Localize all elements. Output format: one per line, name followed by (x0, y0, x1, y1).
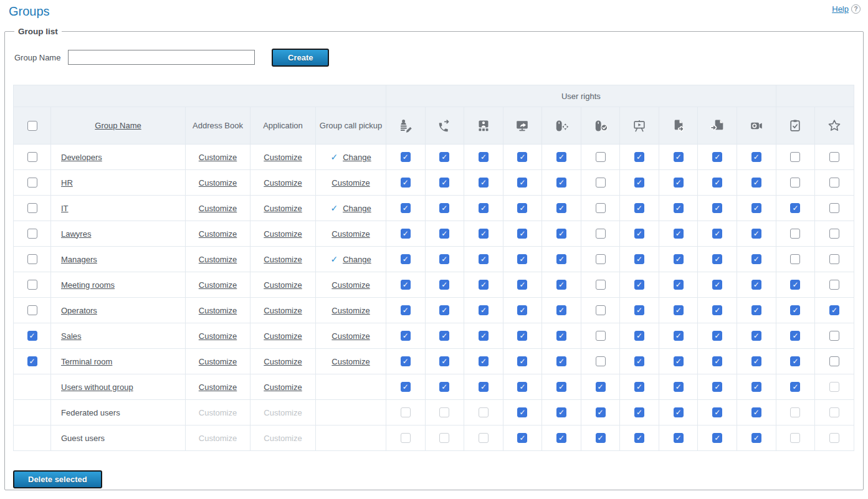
edit-user-checkbox[interactable] (401, 305, 411, 315)
remote-control-checkbox[interactable] (556, 305, 566, 315)
remote-control-granted-checkbox[interactable] (596, 203, 606, 213)
video-checkbox[interactable] (751, 254, 761, 264)
call-transfer-checkbox[interactable] (439, 305, 449, 315)
polls-checkbox[interactable] (790, 382, 800, 392)
address-book-customize-link[interactable]: Customize (199, 357, 237, 366)
call-transfer-checkbox[interactable] (439, 254, 449, 264)
group-name-link[interactable]: Operators (61, 306, 97, 315)
remote-control-checkbox[interactable] (556, 433, 566, 443)
file-send-checkbox[interactable] (674, 356, 684, 366)
application-customize-link[interactable]: Customize (264, 229, 302, 239)
group-members-checkbox[interactable] (479, 382, 489, 392)
group-members-checkbox[interactable] (479, 229, 489, 239)
group-name-input[interactable] (68, 50, 255, 65)
group-members-checkbox[interactable] (479, 331, 489, 341)
application-customize-link[interactable]: Customize (264, 255, 302, 264)
file-receive-checkbox[interactable] (712, 178, 722, 188)
file-send-checkbox[interactable] (674, 433, 684, 443)
star-checkbox[interactable] (829, 203, 839, 213)
application-customize-link[interactable]: Customize (264, 153, 302, 162)
row-select-checkbox[interactable] (27, 254, 37, 264)
address-book-customize-link[interactable]: Customize (199, 383, 237, 392)
edit-user-checkbox[interactable] (401, 178, 411, 188)
slideshow-checkbox[interactable] (634, 331, 644, 341)
group-call-pickup-customize-link[interactable]: Customize (331, 229, 370, 239)
screen-sharing-checkbox[interactable] (517, 356, 527, 366)
application-customize-link[interactable]: Customize (264, 331, 302, 341)
slideshow-checkbox[interactable] (634, 178, 644, 188)
file-receive-checkbox[interactable] (712, 280, 722, 290)
edit-user-checkbox[interactable] (401, 331, 411, 341)
remote-control-checkbox[interactable] (556, 331, 566, 341)
star-checkbox[interactable] (829, 254, 839, 264)
group-name-link[interactable]: Terminal room (61, 357, 112, 366)
slideshow-checkbox[interactable] (634, 229, 644, 239)
call-transfer-checkbox[interactable] (439, 356, 449, 366)
video-checkbox[interactable] (751, 356, 761, 366)
screen-sharing-checkbox[interactable] (517, 331, 527, 341)
edit-user-checkbox[interactable] (401, 280, 411, 290)
file-send-checkbox[interactable] (674, 178, 684, 188)
screen-sharing-checkbox[interactable] (517, 203, 527, 213)
remote-control-checkbox[interactable] (556, 152, 566, 162)
file-receive-checkbox[interactable] (712, 229, 722, 239)
remote-control-granted-checkbox[interactable] (596, 280, 606, 290)
group-members-checkbox[interactable] (479, 305, 489, 315)
file-receive-checkbox[interactable] (712, 254, 722, 264)
row-select-checkbox[interactable] (27, 152, 37, 162)
row-select-checkbox[interactable] (27, 280, 37, 290)
application-customize-link[interactable]: Customize (264, 178, 302, 188)
call-transfer-checkbox[interactable] (439, 382, 449, 392)
address-book-customize-link[interactable]: Customize (199, 306, 237, 315)
polls-checkbox[interactable] (790, 229, 800, 239)
group-members-checkbox[interactable] (479, 178, 489, 188)
remote-control-granted-checkbox[interactable] (596, 382, 606, 392)
application-customize-link[interactable]: Customize (264, 383, 302, 392)
address-book-customize-link[interactable]: Customize (199, 331, 237, 341)
edit-user-checkbox[interactable] (401, 382, 411, 392)
group-name-link[interactable]: HR (61, 178, 73, 188)
screen-sharing-checkbox[interactable] (517, 433, 527, 443)
star-checkbox[interactable] (829, 331, 839, 341)
remote-control-checkbox[interactable] (556, 254, 566, 264)
address-book-customize-link[interactable]: Customize (199, 229, 237, 239)
screen-sharing-checkbox[interactable] (517, 280, 527, 290)
group-name-link[interactable]: Users without group (61, 383, 133, 392)
remote-control-granted-checkbox[interactable] (596, 407, 606, 417)
video-checkbox[interactable] (751, 433, 761, 443)
remote-control-granted-checkbox[interactable] (596, 356, 606, 366)
application-customize-link[interactable]: Customize (264, 280, 302, 290)
screen-sharing-checkbox[interactable] (517, 152, 527, 162)
slideshow-checkbox[interactable] (634, 203, 644, 213)
file-send-checkbox[interactable] (674, 203, 684, 213)
call-transfer-checkbox[interactable] (439, 280, 449, 290)
row-select-checkbox[interactable] (27, 305, 37, 315)
group-call-pickup-customize-link[interactable]: Customize (331, 331, 370, 341)
address-book-customize-link[interactable]: Customize (199, 178, 237, 188)
file-send-checkbox[interactable] (674, 229, 684, 239)
screen-sharing-checkbox[interactable] (517, 178, 527, 188)
slideshow-checkbox[interactable] (634, 254, 644, 264)
remote-control-checkbox[interactable] (556, 203, 566, 213)
video-checkbox[interactable] (751, 229, 761, 239)
file-receive-checkbox[interactable] (712, 203, 722, 213)
file-receive-checkbox[interactable] (712, 305, 722, 315)
file-send-checkbox[interactable] (674, 382, 684, 392)
address-book-customize-link[interactable]: Customize (199, 280, 237, 290)
polls-checkbox[interactable] (790, 152, 800, 162)
edit-user-checkbox[interactable] (401, 254, 411, 264)
slideshow-checkbox[interactable] (634, 280, 644, 290)
remote-control-checkbox[interactable] (556, 382, 566, 392)
group-members-checkbox[interactable] (479, 280, 489, 290)
group-name-link[interactable]: Meeting rooms (61, 280, 115, 290)
video-checkbox[interactable] (751, 178, 761, 188)
application-customize-link[interactable]: Customize (264, 357, 302, 366)
call-transfer-checkbox[interactable] (439, 178, 449, 188)
polls-checkbox[interactable] (790, 305, 800, 315)
star-checkbox[interactable] (829, 280, 839, 290)
group-call-pickup-change-link[interactable]: Change (343, 153, 371, 162)
row-select-checkbox[interactable] (27, 203, 37, 213)
group-name-link[interactable]: Developers (61, 153, 102, 162)
call-transfer-checkbox[interactable] (439, 331, 449, 341)
star-checkbox[interactable] (829, 178, 839, 188)
